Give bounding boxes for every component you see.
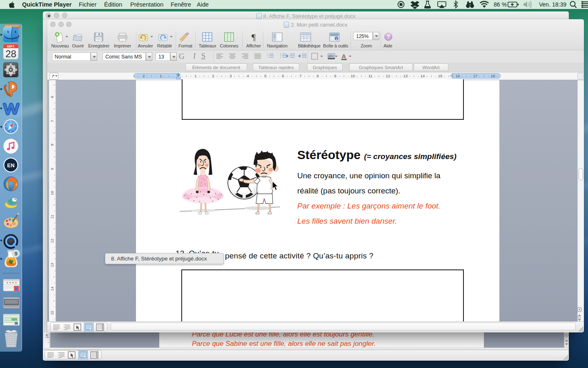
svg-text:9: 9 bbox=[50, 168, 54, 170]
svg-text:14: 14 bbox=[50, 287, 54, 291]
svg-text:16: 16 bbox=[456, 74, 460, 78]
svg-text:?: ? bbox=[387, 34, 390, 40]
svg-text:9: 9 bbox=[334, 74, 336, 78]
svg-text:8: 8 bbox=[316, 74, 318, 78]
svg-text:4: 4 bbox=[247, 74, 249, 78]
svg-text:12: 12 bbox=[386, 74, 390, 78]
svg-text:11: 11 bbox=[368, 74, 372, 78]
svg-text:2: 2 bbox=[143, 74, 145, 78]
svg-text:14: 14 bbox=[421, 74, 425, 78]
svg-text:2: 2 bbox=[212, 74, 214, 78]
svg-text:EN: EN bbox=[7, 162, 14, 168]
svg-text:10: 10 bbox=[351, 74, 355, 78]
svg-text:10: 10 bbox=[50, 191, 54, 195]
svg-text:3: 3 bbox=[229, 74, 232, 78]
svg-text:8: 8 bbox=[50, 144, 54, 146]
svg-text:15: 15 bbox=[50, 311, 54, 315]
svg-text:9: 9 bbox=[14, 251, 17, 257]
svg-text:15: 15 bbox=[438, 74, 443, 78]
svg-text:SEPT.: SEPT. bbox=[7, 45, 15, 48]
svg-text:7: 7 bbox=[50, 120, 54, 122]
svg-text:1: 1 bbox=[194, 74, 196, 78]
svg-text:17: 17 bbox=[473, 74, 478, 78]
svg-text:5: 5 bbox=[264, 74, 266, 78]
svg-text:12: 12 bbox=[50, 239, 54, 243]
svg-text:13: 13 bbox=[403, 74, 408, 78]
svg-text:1: 1 bbox=[160, 74, 162, 78]
svg-text:11: 11 bbox=[50, 215, 54, 218]
svg-text:A: A bbox=[342, 53, 346, 60]
svg-text:28: 28 bbox=[5, 48, 16, 59]
svg-text:7: 7 bbox=[299, 74, 301, 78]
svg-text:18: 18 bbox=[491, 74, 495, 78]
svg-text:6: 6 bbox=[282, 74, 284, 78]
svg-text:abc: abc bbox=[328, 54, 334, 58]
svg-text:13: 13 bbox=[50, 263, 54, 267]
svg-text:6: 6 bbox=[50, 96, 54, 98]
svg-text:¶: ¶ bbox=[252, 32, 256, 42]
